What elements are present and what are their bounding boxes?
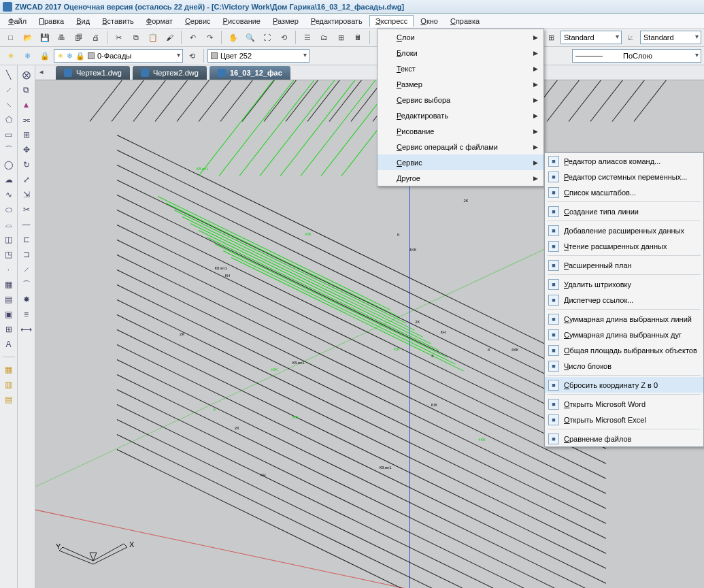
service-item[interactable]: ■Диспетчер ссылок... xyxy=(545,292,703,308)
xline-icon[interactable]: ⟋ xyxy=(2,83,16,97)
express-item[interactable]: Текст▶ xyxy=(378,61,543,76)
spline-icon[interactable]: ∿ xyxy=(2,188,16,201)
service-item[interactable]: ■Общая площадь выбранных объектов xyxy=(545,342,703,358)
service-item[interactable]: ■Расширенный план xyxy=(545,257,703,273)
dim-icon[interactable]: ⟀ xyxy=(623,30,639,45)
insert-block-icon[interactable]: ◫ xyxy=(2,233,16,246)
revcloud-icon[interactable]: ☁ xyxy=(2,173,16,186)
match-icon[interactable]: 🖌 xyxy=(162,30,178,45)
gradient-icon[interactable]: ▤ xyxy=(2,293,16,306)
service-item[interactable]: ■Открыть Microsoft Excel xyxy=(545,412,703,427)
stretch-icon[interactable]: ⇲ xyxy=(20,188,33,201)
redo-icon[interactable]: ↷ xyxy=(202,30,218,45)
menu-файл[interactable]: Файл xyxy=(3,16,32,27)
menu-редактировать[interactable]: Редактировать xyxy=(305,16,368,27)
copy-icon[interactable]: ⧉ xyxy=(128,30,144,45)
make-block-icon[interactable]: ◳ xyxy=(2,248,16,261)
line-icon[interactable]: ╲ xyxy=(2,68,16,82)
menu-окно[interactable]: Окно xyxy=(415,16,443,27)
ellipse-arc-icon[interactable]: ⌓ xyxy=(2,218,16,231)
service-item[interactable]: ■Суммарная длина выбранных линий xyxy=(545,311,703,327)
color-combo[interactable]: Цвет 252 xyxy=(207,49,309,63)
save-icon[interactable]: 💾 xyxy=(37,30,52,45)
align-icon[interactable]: ≡ xyxy=(20,308,33,321)
pan-icon[interactable]: ✋ xyxy=(225,30,241,45)
grid-icon[interactable]: ⊞ xyxy=(543,30,559,45)
menu-формат[interactable]: Формат xyxy=(141,16,178,27)
service-item[interactable]: ■Сравнение файлов xyxy=(545,431,703,446)
layer-tool2-icon[interactable]: ▥ xyxy=(2,378,16,391)
drawing-tab[interactable]: Чертеж1.dwg xyxy=(56,66,130,80)
express-item[interactable]: Слои▶ xyxy=(378,29,543,45)
service-item[interactable]: ■Добавление расширенных данных xyxy=(545,223,703,238)
layer-tool3-icon[interactable]: ▤ xyxy=(2,393,16,406)
chamfer-icon[interactable]: ⟋ xyxy=(20,263,33,276)
service-item[interactable]: ■Редактор алиасов команд... xyxy=(545,153,703,169)
rotate-icon[interactable]: ↻ xyxy=(20,158,33,172)
circle-icon[interactable]: ◯ xyxy=(2,158,16,172)
menu-вставить[interactable]: Вставить xyxy=(97,16,139,27)
tool-palette-icon[interactable]: ⊞ xyxy=(333,30,349,45)
express-item[interactable]: Редактировать▶ xyxy=(378,108,543,123)
mirror-icon[interactable]: ▲ xyxy=(20,98,33,112)
lengthen-icon[interactable]: ⟷ xyxy=(20,323,33,336)
service-item[interactable]: ■Открыть Microsoft Word xyxy=(545,396,703,412)
menu-экспресс[interactable]: Экспресс xyxy=(369,15,414,27)
express-item[interactable]: Блоки▶ xyxy=(378,45,543,61)
break-icon[interactable]: ⊏ xyxy=(20,233,33,246)
service-item[interactable]: ■Сбросить координату Z в 0 xyxy=(545,377,703,393)
drawing-tab[interactable]: Чертеж2.dwg xyxy=(133,66,207,80)
table-icon[interactable]: ⊞ xyxy=(2,323,16,336)
fillet-icon[interactable]: ⌒ xyxy=(20,278,33,291)
paste-icon[interactable]: 📋 xyxy=(145,30,161,45)
polyline-icon[interactable]: ⟍ xyxy=(2,98,16,112)
ellipse-icon[interactable]: ⬭ xyxy=(2,203,16,216)
service-item[interactable]: ■Число блоков xyxy=(545,358,703,374)
service-item[interactable]: ■Редактор системных переменных... xyxy=(545,169,703,184)
express-item[interactable]: Сервис выбора▶ xyxy=(378,92,543,108)
new-icon[interactable]: □ xyxy=(3,30,18,45)
layers-icon[interactable]: ☀ xyxy=(3,48,18,63)
menu-сервис[interactable]: Сервис xyxy=(180,16,216,27)
print-icon[interactable]: 🖶 xyxy=(54,30,69,45)
properties-icon[interactable]: ☰ xyxy=(299,30,315,45)
express-item[interactable]: Сервис▶ xyxy=(378,154,543,170)
array-icon[interactable]: ⊞ xyxy=(20,128,33,142)
undo-icon[interactable]: ↶ xyxy=(185,30,201,45)
service-item[interactable]: ■Удалить штриховку xyxy=(545,276,703,292)
menu-вид[interactable]: Вид xyxy=(71,16,95,27)
text-style-combo[interactable]: Standard xyxy=(560,31,622,44)
menu-размер[interactable]: Размер xyxy=(267,16,304,27)
menu-рисование[interactable]: Рисование xyxy=(218,16,266,27)
service-item[interactable]: ■Чтение расширенных данных xyxy=(545,238,703,254)
erase-icon[interactable]: ⨂ xyxy=(20,68,33,82)
express-item[interactable]: Другое▶ xyxy=(378,170,543,186)
copy-obj-icon[interactable]: ⧉ xyxy=(20,83,33,97)
mtext-icon[interactable]: A xyxy=(2,338,16,351)
plot-icon[interactable]: 🖨 xyxy=(88,30,103,45)
design-center-icon[interactable]: 🗂 xyxy=(316,30,332,45)
zoom-window-icon[interactable]: ⛶ xyxy=(259,30,275,45)
express-item[interactable]: Рисование▶ xyxy=(378,123,543,139)
express-item[interactable]: Размер▶ xyxy=(378,76,543,92)
rectangle-icon[interactable]: ▭ xyxy=(2,128,16,142)
hatch-icon[interactable]: ▦ xyxy=(2,278,16,291)
drawing-tab[interactable]: 16_03_12_фас xyxy=(209,66,290,80)
menu-правка[interactable]: Правка xyxy=(33,16,69,27)
service-item[interactable]: ■Создание типа линии xyxy=(545,203,703,219)
region-icon[interactable]: ▣ xyxy=(2,308,16,321)
scale-icon[interactable]: ⤢ xyxy=(20,173,33,186)
layer-lock-icon[interactable]: 🔒 xyxy=(37,48,52,63)
layer-prev-icon[interactable]: ⟲ xyxy=(184,48,200,63)
service-item[interactable]: ■Суммарная длина выбранных дуг xyxy=(545,327,703,342)
arc-icon[interactable]: ⌒ xyxy=(2,143,16,157)
tab-nav-prev-icon[interactable]: ◂ xyxy=(39,67,44,76)
zoom-previous-icon[interactable]: ⟲ xyxy=(276,30,292,45)
join-icon[interactable]: ⊐ xyxy=(20,248,33,261)
layer-combo[interactable]: ☀❄🔒 0-Фасады xyxy=(54,49,183,63)
trim-icon[interactable]: ✂ xyxy=(20,203,33,216)
layer-tool1-icon[interactable]: ▦ xyxy=(2,363,16,376)
express-item[interactable]: Сервис операций с файлами▶ xyxy=(378,139,543,154)
polygon-icon[interactable]: ⬠ xyxy=(2,113,16,127)
layer-freeze-icon[interactable]: ❄ xyxy=(20,48,35,63)
